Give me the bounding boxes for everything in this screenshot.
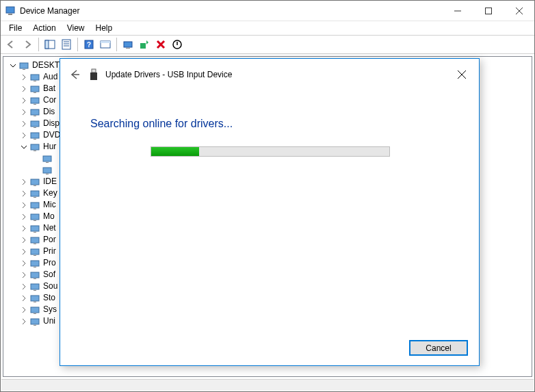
expand-icon[interactable] [18,83,29,94]
device-category-icon [29,200,40,211]
expand-icon[interactable] [31,165,42,176]
app-icon [5,5,16,16]
svg-rect-52 [31,237,39,243]
close-button[interactable] [504,1,534,21]
expand-icon[interactable] [18,304,29,315]
expand-icon[interactable] [18,95,29,106]
svg-text:?: ? [87,41,91,49]
expand-icon[interactable] [18,246,29,257]
expand-icon[interactable] [18,72,29,83]
expand-icon[interactable] [18,258,29,269]
cancel-button[interactable]: Cancel [409,340,468,356]
svg-rect-69 [92,69,96,73]
progress-bar-fill [151,147,199,156]
svg-rect-3 [485,8,491,14]
toolbar-separator [116,38,117,51]
dialog-button-row: Cancel [409,340,468,356]
tree-item-label: Sou [43,280,57,292]
expand-icon[interactable] [18,200,29,211]
update-driver-button[interactable] [137,37,152,52]
expand-icon[interactable] [18,211,29,222]
forward-button[interactable] [20,37,35,52]
expand-icon[interactable] [18,118,29,129]
dialog-body: Searching online for drivers... [60,90,479,157]
tree-item-label: DVD [43,129,60,141]
svg-rect-36 [31,144,39,150]
back-button[interactable] [3,37,18,52]
device-category-icon [29,72,40,83]
toolbar: ? [1,35,534,54]
svg-rect-40 [43,168,51,173]
svg-rect-53 [34,244,36,244]
device-category-icon [29,293,40,304]
expand-icon[interactable] [18,107,29,118]
svg-rect-45 [34,197,36,198]
expand-icon[interactable] [18,188,29,199]
svg-rect-35 [34,139,36,140]
device-category-icon [42,153,53,164]
dialog-back-button[interactable] [67,67,82,82]
tree-item-label: Net [43,222,56,234]
svg-rect-49 [34,220,36,221]
tree-item-label: Cor [43,94,56,106]
progress-bar [151,146,390,157]
expand-icon[interactable] [18,281,29,292]
menu-action[interactable]: Action [27,22,61,34]
window-controls [442,1,534,21]
tree-item-label: Sof [43,269,55,280]
tree-item-label: Dis [43,106,55,118]
svg-rect-28 [31,98,39,103]
tree-item-label: Mo [43,211,55,222]
svg-rect-51 [34,232,36,233]
dialog-header: Update Drivers - USB Input Device [60,59,479,90]
svg-rect-62 [31,296,39,301]
statusbar [1,379,534,391]
tree-item-label: Sto [43,292,55,304]
svg-rect-43 [34,185,36,186]
svg-rect-15 [101,41,110,43]
expand-icon[interactable] [18,142,29,153]
menu-view[interactable]: View [62,22,90,34]
show-hide-console-button[interactable] [42,37,57,52]
maximize-button[interactable] [473,1,504,21]
device-category-icon [29,118,40,129]
expand-icon[interactable] [18,270,29,280]
expand-icon[interactable] [31,153,42,164]
expand-icon[interactable] [18,316,29,327]
expand-icon[interactable] [18,177,29,187]
properties-button[interactable] [59,37,74,52]
menu-file[interactable]: File [3,22,27,34]
toolbar-separator [38,38,39,51]
expand-icon[interactable] [18,130,29,141]
device-category-icon [29,281,40,292]
scan-hardware-button[interactable] [120,37,135,52]
svg-rect-8 [62,40,70,49]
svg-rect-18 [140,43,146,49]
svg-rect-66 [31,319,39,324]
dialog-title: Update Drivers - USB Input Device [105,70,452,79]
tree-item-label: Key [43,187,57,199]
svg-rect-54 [31,249,39,254]
help-button[interactable]: ? [81,37,96,52]
svg-rect-25 [34,81,36,81]
dialog-close-button[interactable] [452,64,472,85]
svg-rect-30 [31,109,39,115]
expand-icon[interactable] [18,293,29,304]
device-category-icon [29,177,40,187]
device-category-icon [29,83,40,94]
svg-rect-65 [34,313,36,314]
svg-rect-57 [34,267,36,267]
expand-icon[interactable] [18,235,29,246]
device-category-icon [29,188,40,199]
expand-icon[interactable] [18,223,29,234]
minimize-button[interactable] [442,1,473,21]
svg-rect-0 [6,7,14,13]
tree-item-label: Disp [43,118,60,129]
uninstall-device-button[interactable] [153,37,168,52]
svg-rect-60 [31,284,39,289]
svg-rect-50 [31,226,39,231]
svg-rect-39 [46,162,49,163]
disable-device-button[interactable] [170,37,185,52]
menu-help[interactable]: Help [90,22,118,34]
action-button[interactable] [98,37,113,52]
